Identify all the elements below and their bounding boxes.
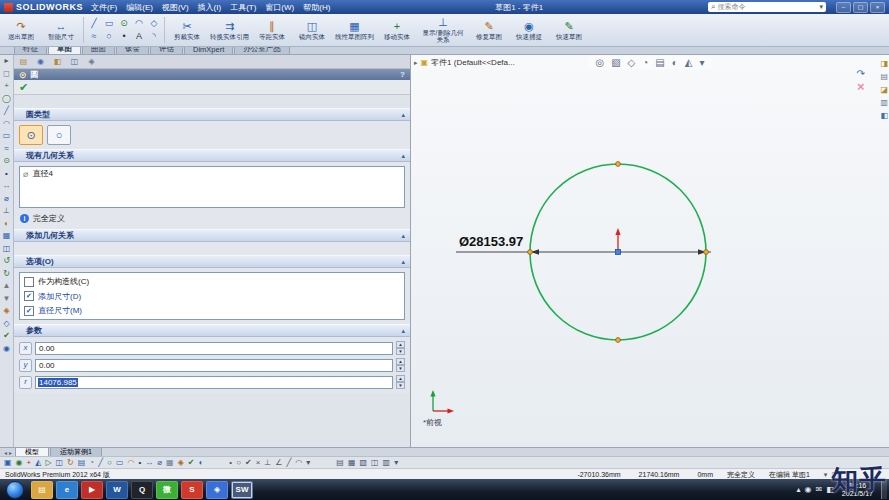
view-tool-icon[interactable]: ◎	[595, 57, 604, 68]
sketch-canvas[interactable]: Ø28153.97	[411, 54, 889, 447]
spin-up-icon[interactable]: ▲	[396, 358, 405, 365]
ribbon-button[interactable]: ◉ 快速捕捉	[510, 15, 548, 45]
view-tool-icon[interactable]: ▤	[655, 57, 664, 68]
view-tool-icon[interactable]: ◇	[628, 57, 636, 68]
toolbar-icon[interactable]: •	[138, 458, 141, 468]
snap-icon[interactable]: ▾	[306, 458, 310, 468]
toolbar-icon[interactable]: ◈	[178, 458, 184, 468]
side-tool-icon[interactable]: ▸	[4, 57, 8, 65]
side-tool-icon[interactable]: ≈	[4, 145, 8, 153]
snap-icon[interactable]: ✔	[245, 458, 252, 468]
toolbar-icon[interactable]: ▥	[383, 458, 391, 468]
option-checkbox-row[interactable]: ✔ 直径尺寸(M)	[24, 305, 400, 316]
view-tool-icon[interactable]: ▧	[611, 57, 620, 68]
side-tool-icon[interactable]: ✔	[3, 332, 10, 340]
toolbar-icon[interactable]: ╱	[98, 458, 103, 468]
tray-icon[interactable]: ▴	[797, 485, 801, 494]
diameter-dimension-label[interactable]: Ø28153.97	[459, 234, 523, 249]
panel-tab-icon[interactable]: ▤	[17, 57, 30, 66]
side-tool-icon[interactable]: +	[4, 82, 9, 90]
start-button[interactable]	[6, 481, 24, 499]
menu-item[interactable]: 视图(V)	[162, 2, 189, 13]
sketch-point-right[interactable]	[704, 250, 709, 255]
snap-icon[interactable]: ○	[236, 458, 241, 468]
toolbar-icon[interactable]: ▭	[116, 458, 124, 468]
circle-type-button[interactable]: ⊙	[19, 125, 43, 145]
ribbon-button[interactable]: ✂ 剪裁实体	[168, 15, 206, 45]
sketch-tool-icon[interactable]: ⊙	[117, 17, 131, 30]
ribbon-button[interactable]: ⊥ 显示/删除几何关系	[418, 15, 468, 45]
toolbar-icon[interactable]: ✔	[188, 458, 195, 468]
sketch-tool-icon[interactable]: ╱	[87, 17, 101, 30]
ribbon-button[interactable]: ↔ 智能尺寸	[42, 15, 80, 45]
toolbar-icon[interactable]: ↔	[145, 458, 153, 468]
sketch-tool-icon[interactable]: •	[117, 30, 131, 43]
sketch-tool-icon[interactable]: ▭	[102, 17, 116, 30]
tree-expander-icon[interactable]: ▸	[414, 59, 418, 67]
side-tool-icon[interactable]: ▼	[3, 295, 11, 303]
snap-icon[interactable]: •	[229, 458, 232, 468]
toolbar-icon[interactable]: ◭	[35, 458, 41, 468]
ribbon-button[interactable]: ◫ 镜向实体	[293, 15, 331, 45]
taskbar-app-icon[interactable]: e	[56, 481, 78, 499]
taskbar-app-icon[interactable]: ▶	[81, 481, 103, 499]
snap-icon[interactable]: ×	[256, 458, 261, 468]
window-button[interactable]: –	[836, 2, 851, 13]
toolbar-icon[interactable]: ▦	[348, 458, 356, 468]
spin-up-icon[interactable]: ▲	[396, 375, 405, 382]
section-header[interactable]: 添加几何关系 ▴	[14, 229, 410, 242]
window-button[interactable]: ▢	[853, 2, 868, 13]
side-tool-icon[interactable]: ⌀	[4, 195, 9, 203]
side-tool-icon[interactable]: ◈	[3, 307, 9, 315]
panel-tab-icon[interactable]: ◧	[51, 57, 64, 66]
side-tool-icon[interactable]: ⊥	[3, 207, 10, 215]
spin-down-icon[interactable]: ▼	[396, 382, 405, 389]
side-tool-icon[interactable]: ▭	[3, 132, 11, 140]
taskbar-app-icon[interactable]: ◈	[206, 481, 228, 499]
sketch-point-left[interactable]	[528, 250, 533, 255]
snap-icon[interactable]: ◠	[295, 458, 302, 468]
sketch-tool-icon[interactable]: ◠	[132, 17, 146, 30]
taskbar-app-icon[interactable]: Q	[131, 481, 153, 499]
sketch-point-bottom[interactable]	[616, 338, 621, 343]
side-tool-icon[interactable]: ▦	[3, 232, 11, 240]
section-header[interactable]: 选项(O) ▴	[14, 255, 410, 268]
sketch-tool-icon[interactable]: ○	[102, 30, 116, 43]
parameter-input[interactable]: 14076.985	[35, 376, 393, 389]
sketch-tool-icon[interactable]: ◇	[147, 17, 161, 30]
panel-tab-icon[interactable]: ◫	[68, 57, 81, 66]
spinner[interactable]: ▲ ▼	[396, 341, 405, 355]
feature-tree-flyout[interactable]: ▸ ▣ 零件1 (Default<<Defa...	[414, 57, 515, 68]
cancel-sketch-icon[interactable]: ×	[857, 82, 865, 92]
section-header[interactable]: 现有几何关系 ▴	[14, 149, 410, 162]
section-header[interactable]: 圆类型 ▴	[14, 108, 410, 121]
option-checkbox-row[interactable]: ✔ 添加尺寸(D)	[24, 291, 400, 302]
view-tool-icon[interactable]: ◔	[642, 57, 648, 68]
toolbar-icon[interactable]: ▾	[394, 458, 398, 468]
side-tool-icon[interactable]: ◠	[3, 120, 10, 128]
confirm-sketch-icon[interactable]: ↷	[857, 68, 865, 79]
taskbar-app-icon[interactable]: SW	[231, 481, 253, 499]
sketch-tool-icon[interactable]: A	[132, 30, 146, 43]
task-pane-icon[interactable]: ◧	[880, 111, 888, 120]
toolbar-icon[interactable]: ○	[107, 458, 112, 468]
ribbon-button[interactable]: + 移动实体	[378, 15, 416, 45]
side-tool-icon[interactable]: ◫	[3, 245, 11, 253]
toolbar-icon[interactable]: ◫	[56, 458, 64, 468]
ribbon-button[interactable]: ✎ 快速草图	[550, 15, 588, 45]
toolbar-icon[interactable]: +	[27, 458, 32, 468]
checkbox[interactable]: ✔	[24, 291, 34, 301]
taskbar-app-icon[interactable]: S	[181, 481, 203, 499]
toolbar-icon[interactable]: ↻	[67, 458, 74, 468]
spin-up-icon[interactable]: ▲	[396, 341, 405, 348]
ok-button[interactable]: ✔	[19, 81, 28, 93]
command-search[interactable]: ⌕ 搜索命令 ▾	[708, 2, 826, 12]
snap-icon[interactable]: ⊥	[264, 458, 271, 468]
tray-icon[interactable]: ✉	[816, 485, 823, 494]
sketch-tool-icon[interactable]: ≈	[87, 30, 101, 43]
spinner[interactable]: ▲ ▼	[396, 375, 405, 389]
menu-item[interactable]: 编辑(E)	[126, 2, 153, 13]
snap-icon[interactable]: ╱	[287, 458, 292, 468]
side-tool-icon[interactable]: ↔	[3, 182, 11, 190]
spin-down-icon[interactable]: ▼	[396, 365, 405, 372]
